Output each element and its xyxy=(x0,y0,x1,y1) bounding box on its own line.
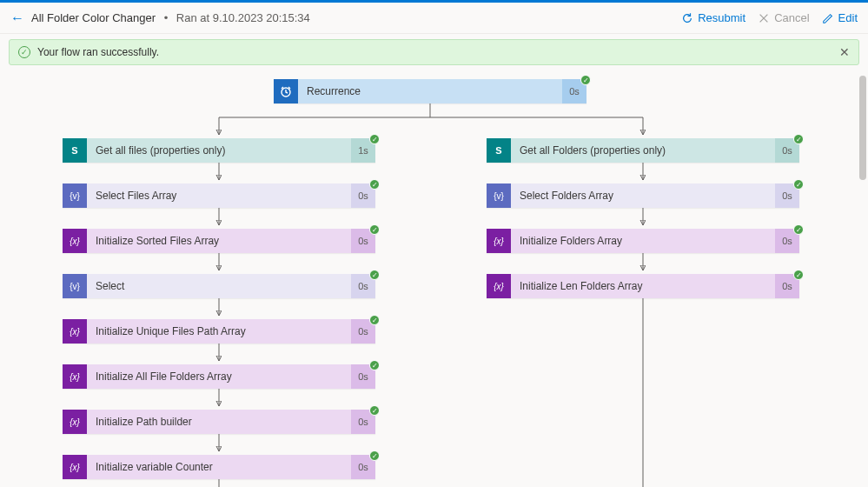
cancel-label: Cancel xyxy=(774,11,809,24)
success-badge-icon: ✓ xyxy=(369,405,380,416)
node-init-sorted-files[interactable]: {x} Initialize Sorted Files Array 0s ✓ xyxy=(63,229,375,253)
variable-icon: {x} xyxy=(63,455,87,479)
success-badge-icon: ✓ xyxy=(369,360,380,370)
clock-icon xyxy=(274,79,298,103)
banner-text: Your flow ran successfully. xyxy=(37,46,159,58)
check-icon: ✓ xyxy=(18,46,30,58)
node-label: Select xyxy=(87,274,351,298)
node-label: Recurrence xyxy=(298,79,562,103)
node-get-all-files[interactable]: S Get all files (properties only) 1s ✓ xyxy=(63,138,375,163)
node-init-path-builder[interactable]: {x} Initialize Path builder 0s ✓ xyxy=(63,410,375,434)
node-label: Initialize All File Folders Array xyxy=(87,364,351,389)
success-badge-icon: ✓ xyxy=(369,315,380,325)
header-bar: ← All Folder Color Changer • Ran at 9.10… xyxy=(0,3,868,34)
node-select[interactable]: {v} Select 0s ✓ xyxy=(63,274,375,298)
node-init-unique-files[interactable]: {x} Initialize Unique Files Path Array 0… xyxy=(63,319,375,344)
success-banner: ✓ Your flow ran successfully. ✕ xyxy=(9,39,859,65)
node-init-all-file-folders[interactable]: {x} Initialize All File Folders Array 0s… xyxy=(63,364,375,389)
variable-icon: {x} xyxy=(63,319,87,344)
flow-title: All Folder Color Changer xyxy=(31,11,156,24)
pencil-icon xyxy=(822,12,834,24)
node-label: Select Folders Array xyxy=(511,183,775,208)
resubmit-label: Resubmit xyxy=(698,11,745,24)
success-badge-icon: ✓ xyxy=(369,450,380,461)
sharepoint-icon: S xyxy=(63,138,87,163)
success-badge-icon: ✓ xyxy=(793,134,804,144)
select-icon: {v} xyxy=(63,274,87,298)
select-icon: {v} xyxy=(487,183,511,208)
success-badge-icon: ✓ xyxy=(793,224,804,235)
success-badge-icon: ✓ xyxy=(793,179,804,190)
close-icon xyxy=(758,12,770,24)
node-recurrence[interactable]: Recurrence 0s ✓ xyxy=(274,79,586,103)
edit-label: Edit xyxy=(838,11,858,24)
node-label: Select Files Array xyxy=(87,183,351,208)
scrollbar-thumb[interactable] xyxy=(859,76,866,180)
node-label: Initialize Sorted Files Array xyxy=(87,229,351,253)
node-label: Get all Folders (properties only) xyxy=(511,138,775,163)
banner-close-icon[interactable]: ✕ xyxy=(839,45,850,59)
resubmit-button[interactable]: Resubmit xyxy=(681,11,745,24)
node-init-counter[interactable]: {x} Initialize variable Counter 0s ✓ xyxy=(63,455,375,479)
success-badge-icon: ✓ xyxy=(369,224,380,235)
node-get-all-folders[interactable]: S Get all Folders (properties only) 0s ✓ xyxy=(487,138,799,163)
node-select-folders-array[interactable]: {v} Select Folders Array 0s ✓ xyxy=(487,183,799,208)
back-arrow-icon[interactable]: ← xyxy=(10,10,24,26)
variable-icon: {x} xyxy=(487,274,511,298)
success-badge-icon: ✓ xyxy=(793,270,804,280)
flow-canvas[interactable]: Recurrence 0s ✓ S Get all files (propert… xyxy=(0,70,868,487)
refresh-icon xyxy=(681,12,693,24)
edit-button[interactable]: Edit xyxy=(822,11,858,24)
sharepoint-icon: S xyxy=(487,138,511,163)
separator: • xyxy=(161,11,171,24)
node-label: Get all files (properties only) xyxy=(87,138,351,163)
node-label: Initialize Unique Files Path Array xyxy=(87,319,351,344)
node-label: Initialize Len Folders Array xyxy=(511,274,775,298)
success-badge-icon: ✓ xyxy=(580,75,591,85)
node-init-folders-array[interactable]: {x} Initialize Folders Array 0s ✓ xyxy=(487,229,799,253)
cancel-button: Cancel xyxy=(758,11,809,24)
success-badge-icon: ✓ xyxy=(369,270,380,280)
success-badge-icon: ✓ xyxy=(369,134,380,144)
run-timestamp: Ran at 9.10.2023 20:15:34 xyxy=(176,11,310,24)
variable-icon: {x} xyxy=(487,229,511,253)
node-label: Initialize Path builder xyxy=(87,410,351,434)
select-icon: {v} xyxy=(63,183,87,208)
node-select-files-array[interactable]: {v} Select Files Array 0s ✓ xyxy=(63,183,375,208)
success-badge-icon: ✓ xyxy=(369,179,380,190)
variable-icon: {x} xyxy=(63,364,87,389)
node-label: Initialize Folders Array xyxy=(511,229,775,253)
node-init-len-folders[interactable]: {x} Initialize Len Folders Array 0s ✓ xyxy=(487,274,799,298)
variable-icon: {x} xyxy=(63,410,87,434)
node-label: Initialize variable Counter xyxy=(87,455,351,479)
variable-icon: {x} xyxy=(63,229,87,253)
